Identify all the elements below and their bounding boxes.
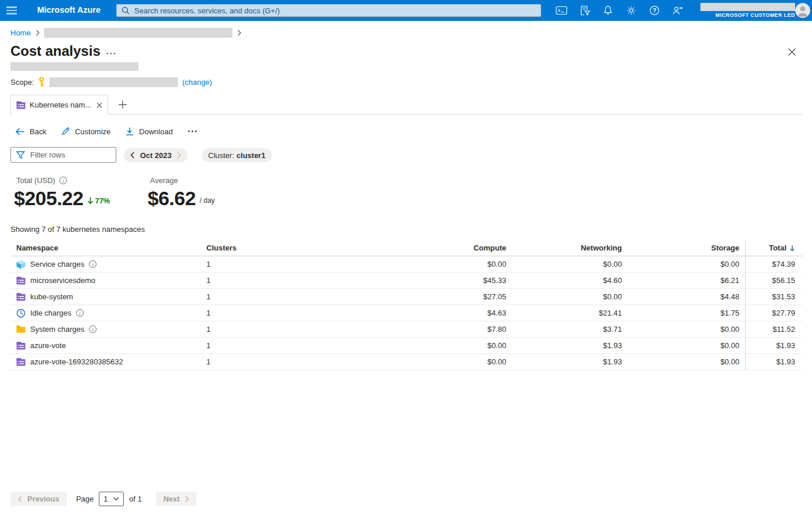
- download-icon: [125, 127, 134, 136]
- cell-networking: $3.71: [506, 321, 622, 337]
- help-icon[interactable]: ?: [643, 0, 666, 21]
- namespace-icon: [16, 293, 26, 301]
- namespace-label: System charges: [30, 325, 84, 334]
- cell-total: $1.93: [745, 338, 802, 353]
- column-header-namespace[interactable]: Namespace: [10, 240, 206, 256]
- info-icon[interactable]: [89, 325, 96, 333]
- tab-kubernetes-namespaces[interactable]: Kubernetes nam...: [10, 95, 108, 114]
- table-row[interactable]: azure-vote-1693280385632 1 $0.00 $1.93 $…: [10, 354, 802, 370]
- cluster-filter-pill[interactable]: Cluster: cluster1: [202, 148, 272, 162]
- table-row[interactable]: microservicesdemo 1 $45.33 $4.60 $6.21 $…: [10, 273, 802, 289]
- feedback-icon[interactable]: [666, 0, 689, 21]
- cell-storage: $0.00: [622, 338, 745, 353]
- next-label: Next: [163, 495, 180, 503]
- table-row[interactable]: Service charges 1 $0.00 $0.00 $0.00 $74.…: [10, 256, 802, 273]
- avatar[interactable]: [795, 3, 810, 18]
- cell-storage: $0.00: [622, 354, 745, 370]
- namespace-icon: [16, 101, 26, 109]
- column-header-networking[interactable]: Networking: [506, 240, 622, 256]
- tab-label: Kubernetes nam...: [30, 101, 92, 109]
- back-button[interactable]: Back: [15, 127, 46, 136]
- scope-value-redacted: [49, 77, 178, 87]
- global-search[interactable]: [116, 4, 541, 17]
- title-more-icon[interactable]: [106, 49, 119, 58]
- cell-total: $11.52: [745, 321, 802, 337]
- namespace-icon: [16, 358, 26, 366]
- settings-gear-icon[interactable]: [620, 0, 643, 21]
- previous-label: Previous: [27, 495, 59, 503]
- add-tab-button[interactable]: [116, 98, 130, 112]
- cell-storage: $1.75: [622, 305, 745, 321]
- directory-filter-icon[interactable]: [573, 0, 596, 21]
- table-row[interactable]: Idle charges 1 $4.63 $21.41 $1.75 $27.79: [10, 305, 802, 321]
- previous-page-button[interactable]: Previous: [10, 492, 67, 506]
- subtitle-redacted: [10, 62, 138, 71]
- more-commands-icon[interactable]: [187, 130, 198, 133]
- download-button[interactable]: Download: [125, 127, 173, 136]
- page-number-select[interactable]: 1: [99, 492, 124, 506]
- cell-total: $1.93: [745, 354, 802, 370]
- command-bar: Back Customize Download: [15, 124, 212, 138]
- close-icon[interactable]: [788, 48, 797, 57]
- info-icon[interactable]: [59, 177, 67, 184]
- tab-close-icon[interactable]: [96, 102, 102, 108]
- azure-cost-analysis-page: Microsoft Azure: [0, 0, 812, 512]
- filter-rows-input[interactable]: [30, 151, 110, 159]
- period-label: Oct 2023: [140, 151, 171, 160]
- notifications-bell-icon[interactable]: [596, 0, 620, 21]
- cell-namespace: Idle charges: [10, 305, 206, 321]
- cell-networking: $1.93: [506, 354, 622, 370]
- cell-storage: $0.00: [622, 256, 745, 272]
- column-header-clusters[interactable]: Clusters: [206, 240, 299, 256]
- cell-storage: $4.48: [622, 289, 745, 305]
- hamburger-icon[interactable]: [6, 5, 19, 16]
- period-pill: Oct 2023: [124, 148, 188, 162]
- cell-total: $27.79: [745, 305, 802, 321]
- info-icon[interactable]: [89, 260, 96, 268]
- cell-compute: $0.00: [299, 256, 506, 272]
- clock-icon: [16, 309, 26, 318]
- breadcrumb-home-link[interactable]: Home: [10, 28, 31, 37]
- column-header-compute[interactable]: Compute: [299, 240, 506, 256]
- column-header-storage[interactable]: Storage: [622, 240, 745, 256]
- scope-change-link[interactable]: (change): [182, 78, 212, 87]
- cluster-value: cluster1: [237, 151, 266, 160]
- info-icon[interactable]: [76, 309, 84, 317]
- brand-title: Microsoft Azure: [37, 5, 101, 15]
- namespace-label: Idle charges: [30, 309, 71, 317]
- cell-clusters: 1: [206, 256, 299, 272]
- sort-desc-icon: [789, 245, 795, 252]
- namespace-label: Service charges: [30, 260, 84, 268]
- table-row[interactable]: azure-vote 1 $0.00 $1.93 $0.00 $1.93: [10, 338, 802, 354]
- cell-compute: $7.80: [299, 321, 506, 337]
- cube-icon: [16, 260, 26, 269]
- previous-month-icon[interactable]: [130, 152, 135, 159]
- customize-button[interactable]: Customize: [61, 127, 110, 136]
- cloud-shell-icon[interactable]: [550, 0, 573, 21]
- page-of-label: of 1: [129, 495, 142, 503]
- cell-compute: $27.05: [299, 289, 506, 305]
- next-month-icon[interactable]: [177, 152, 181, 159]
- page-title: Cost analysis: [10, 43, 101, 59]
- breadcrumb-redacted-item[interactable]: [44, 28, 232, 38]
- table-row[interactable]: System charges 1 $7.80 $3.71 $0.00 $11.5…: [10, 321, 802, 338]
- tabbar-divider: [108, 114, 802, 114]
- next-page-button[interactable]: Next: [156, 492, 196, 506]
- kpi-average-value: $6.62: [148, 188, 196, 209]
- page-label: Page: [76, 495, 94, 503]
- cell-networking: $0.00: [506, 256, 622, 272]
- table-row[interactable]: kube-system 1 $27.05 $0.00 $4.48 $31.53: [10, 289, 802, 305]
- cell-compute: $0.00: [299, 354, 506, 370]
- column-header-total[interactable]: Total: [745, 240, 802, 256]
- kpi-average-unit: / day: [200, 196, 215, 205]
- filter-funnel-icon: [16, 151, 25, 159]
- cell-compute: $4.63: [299, 305, 506, 321]
- kpi-total-value: $205.22: [14, 188, 83, 209]
- cell-networking: $4.60: [506, 273, 622, 288]
- cell-namespace: System charges: [10, 321, 206, 337]
- filter-rows-box[interactable]: [10, 147, 116, 163]
- table-header-row: Namespace Clusters Compute Networking St…: [10, 240, 802, 256]
- namespace-label: azure-vote-1693280385632: [30, 357, 123, 366]
- search-icon: [121, 6, 130, 15]
- search-input[interactable]: [134, 6, 536, 15]
